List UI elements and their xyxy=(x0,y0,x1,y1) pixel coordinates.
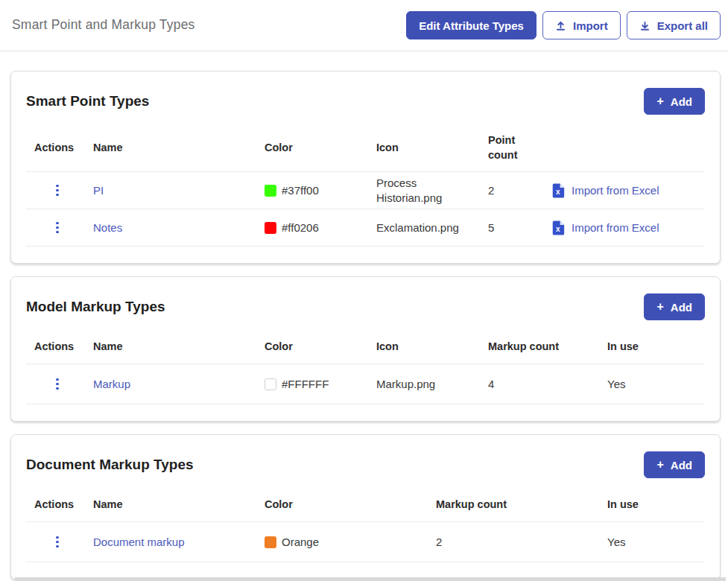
import-from-excel-link[interactable]: Import from Excel xyxy=(572,220,659,235)
color-swatch xyxy=(265,378,276,390)
add-model-markup-type-button[interactable]: + Add xyxy=(644,293,705,320)
color-swatch xyxy=(265,222,276,234)
row-actions-kebab-button[interactable] xyxy=(53,182,62,200)
import-label: Import xyxy=(573,19,608,32)
color-value: #37ff00 xyxy=(282,183,319,198)
edit-attribute-types-label: Edit Attribute Types xyxy=(419,19,524,32)
bottom-strip xyxy=(15,577,726,581)
icon-filename: Markup.png xyxy=(376,377,488,392)
edit-attribute-types-button[interactable]: Edit Attribute Types xyxy=(406,11,536,39)
column-header-actions: Actions xyxy=(26,498,93,512)
page-title: Smart Point and Markup Types xyxy=(12,17,195,33)
smart-point-types-title: Smart Point Types xyxy=(26,93,149,109)
column-header-in-use: In use xyxy=(607,498,705,512)
color-value: #ff0206 xyxy=(282,220,319,235)
model-markup-types-card: Model Markup Types + Add Actions Name Co… xyxy=(10,276,721,422)
smart-point-types-card: Smart Point Types + Add Actions Name Col… xyxy=(10,71,721,264)
column-header-name: Name xyxy=(93,498,265,512)
column-header-name: Name xyxy=(93,340,265,355)
column-header-icon: Icon xyxy=(376,340,488,355)
color-value: Orange xyxy=(282,535,319,550)
document-markup-types-card: Document Markup Types + Add Actions Name… xyxy=(10,434,721,580)
add-label: Add xyxy=(671,459,692,472)
color-swatch xyxy=(265,536,276,548)
column-header-color: Color xyxy=(265,498,436,512)
row-actions-kebab-button[interactable] xyxy=(53,219,62,237)
table-row-markup: Markup #FFFFFF Markup.png 4 Yes xyxy=(26,363,705,404)
markup-count-value: 4 xyxy=(488,377,607,392)
in-use-value: Yes xyxy=(607,535,705,550)
model-markup-types-title: Model Markup Types xyxy=(26,299,165,315)
point-count-value: 5 xyxy=(488,220,552,235)
add-label: Add xyxy=(671,301,692,314)
table-bottom-divider xyxy=(26,404,705,404)
add-smart-point-type-button[interactable]: + Add xyxy=(644,88,705,115)
color-value: #FFFFFF xyxy=(282,377,329,392)
svg-text:x: x xyxy=(556,187,560,195)
svg-text:x: x xyxy=(556,224,560,232)
download-icon xyxy=(639,20,651,31)
plus-icon: + xyxy=(656,95,663,108)
icon-filename: Process Historian.png xyxy=(376,176,488,205)
import-button[interactable]: Import xyxy=(542,11,621,39)
column-header-markup-count: Markup count xyxy=(436,498,607,512)
icon-filename: Exclamation.png xyxy=(376,220,488,235)
column-header-actions: Actions xyxy=(26,141,93,156)
table-bottom-divider xyxy=(26,562,705,562)
column-header-color: Color xyxy=(265,340,376,355)
column-header-actions: Actions xyxy=(26,340,93,355)
table-row-pi: PI #37ff00 Process Historian.png 2 x Imp… xyxy=(26,171,705,209)
excel-file-icon: x xyxy=(552,220,565,235)
in-use-value: Yes xyxy=(607,377,705,392)
table-row-document-markup: Document markup Orange 2 Yes xyxy=(26,521,705,562)
model-markup-types-table: Actions Name Color Icon Markup count In … xyxy=(26,331,705,404)
header-divider xyxy=(0,51,728,51)
export-all-label: Export all xyxy=(657,19,708,32)
upload-icon xyxy=(555,20,566,31)
excel-file-icon: x xyxy=(552,183,565,198)
table-header-row: Actions Name Color Icon Markup count In … xyxy=(26,331,705,363)
type-name-link[interactable]: PI xyxy=(93,184,104,197)
type-name-link[interactable]: Notes xyxy=(93,221,122,234)
table-bottom-divider xyxy=(26,246,705,247)
header-actions: Edit Attribute Types Import Export all xyxy=(406,11,721,39)
color-swatch xyxy=(265,185,276,197)
import-from-excel-link[interactable]: Import from Excel xyxy=(572,183,659,198)
export-all-button[interactable]: Export all xyxy=(627,11,721,39)
add-document-markup-type-button[interactable]: + Add xyxy=(644,451,705,478)
table-row-notes: Notes #ff0206 Exclamation.png 5 x Import… xyxy=(26,209,705,246)
plus-icon: + xyxy=(656,300,663,314)
markup-count-value: 2 xyxy=(436,535,607,550)
column-header-icon: Icon xyxy=(376,141,488,156)
type-name-link[interactable]: Document markup xyxy=(93,536,185,548)
table-header-row: Actions Name Color Icon Point count xyxy=(26,125,705,171)
plus-icon: + xyxy=(656,458,663,472)
row-actions-kebab-button[interactable] xyxy=(53,375,62,393)
column-header-name: Name xyxy=(93,141,265,156)
column-header-point-count: Point count xyxy=(488,133,552,162)
table-header-row: Actions Name Color Markup count In use xyxy=(26,489,705,521)
point-count-value: 2 xyxy=(488,183,552,198)
document-markup-types-table: Actions Name Color Markup count In use D… xyxy=(26,489,705,562)
smart-point-types-table: Actions Name Color Icon Point count PI #… xyxy=(26,125,705,247)
row-actions-kebab-button[interactable] xyxy=(53,533,62,551)
document-markup-types-title: Document Markup Types xyxy=(26,457,194,473)
column-header-markup-count: Markup count xyxy=(488,340,607,355)
type-name-link[interactable]: Markup xyxy=(93,378,130,390)
add-label: Add xyxy=(671,95,692,108)
column-header-color: Color xyxy=(265,141,376,156)
column-header-in-use: In use xyxy=(607,340,705,355)
page-header: Smart Point and Markup Types Edit Attrib… xyxy=(0,0,728,39)
